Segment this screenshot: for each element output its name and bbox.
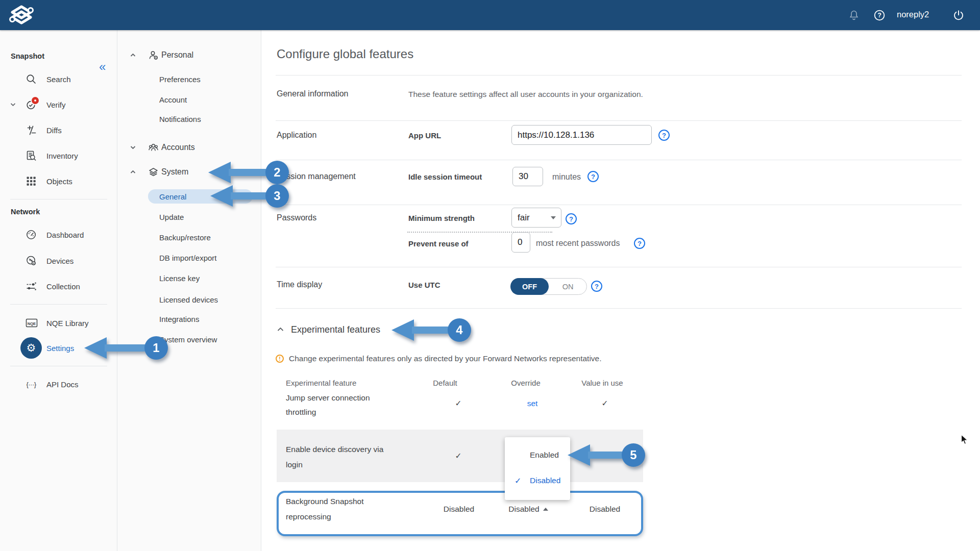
use-utc-help-icon[interactable]: ? xyxy=(591,281,602,292)
feature-name: Jump server connection throttling xyxy=(286,391,396,419)
settings-group-system[interactable]: System xyxy=(117,163,260,181)
sidebar-item-label: Inventory xyxy=(46,152,78,160)
minimum-strength-select[interactable]: fair xyxy=(511,208,561,228)
sidebar-item-label: Settings xyxy=(46,344,74,353)
forward-networks-logo[interactable] xyxy=(8,4,35,27)
app-url-help-icon[interactable]: ? xyxy=(658,130,670,141)
experimental-warning-text: Change experimental features only as dir… xyxy=(289,354,602,363)
column-header-default: Default xyxy=(414,379,476,387)
settings-item-backup-restore[interactable]: Backup/restore xyxy=(117,230,260,245)
callout-number: 4 xyxy=(448,318,471,342)
default-value: Disabled xyxy=(428,505,489,514)
primary-sidebar: « Snapshot Search Verify xyxy=(0,30,117,551)
sidebar-item-diffs[interactable]: Diffs xyxy=(0,120,117,140)
diffs-icon xyxy=(26,124,37,136)
settings-item-integrations[interactable]: Integrations xyxy=(117,311,260,327)
experimental-features-title[interactable]: Experimental features xyxy=(291,324,380,335)
mouse-cursor xyxy=(961,434,970,445)
column-header-value-in-use: Value in use xyxy=(569,379,635,387)
toggle-on-segment[interactable]: ON xyxy=(549,279,587,294)
settings-sidebar xyxy=(117,30,261,551)
chevron-down-icon[interactable] xyxy=(10,103,16,107)
dashboard-icon xyxy=(26,229,37,240)
settings-group-label: Accounts xyxy=(161,143,195,152)
sidebar-item-objects[interactable]: Objects xyxy=(0,171,117,191)
prevent-reuse-help-icon[interactable]: ? xyxy=(634,238,645,249)
minimum-strength-label: Minimum strength xyxy=(408,214,475,222)
sidebar-item-search[interactable]: Search xyxy=(0,69,117,89)
default-check: ✓ xyxy=(443,399,474,408)
sidebar-item-verify[interactable]: Verify xyxy=(0,94,117,115)
help-icon[interactable]: ? xyxy=(873,9,886,21)
settings-item-system-overview[interactable]: System overview xyxy=(117,332,260,347)
use-utc-label: Use UTC xyxy=(408,281,440,289)
prevent-reuse-label: Prevent reuse of xyxy=(408,239,469,248)
dotted-divider xyxy=(407,232,552,233)
sidebar-item-collection[interactable]: Collection xyxy=(0,276,117,296)
idle-session-timeout-input[interactable] xyxy=(512,167,543,186)
svg-text:NQE: NQE xyxy=(28,321,36,326)
reuse-unit-label: most recent passwords xyxy=(536,239,620,248)
settings-group-accounts[interactable]: Accounts xyxy=(117,138,260,157)
override-dropdown-menu: Enabled ✓ Disabled xyxy=(505,437,570,500)
override-set-link[interactable]: set xyxy=(517,399,548,408)
sidebar-item-dashboard[interactable]: Dashboard xyxy=(0,224,117,245)
notifications-bell-icon[interactable] xyxy=(848,9,860,21)
column-header-feature: Experimental feature xyxy=(286,379,356,387)
power-logout-icon[interactable] xyxy=(952,9,965,21)
check-icon: ✓ xyxy=(514,476,530,486)
top-bar: ? noreply2 xyxy=(0,0,980,30)
menu-item-enabled[interactable]: Enabled xyxy=(505,442,570,468)
snapshot-section-label: Snapshot xyxy=(11,52,44,60)
settings-item-preferences[interactable]: Preferences xyxy=(117,71,260,87)
settings-item-notifications[interactable]: Notifications xyxy=(117,111,260,127)
api-docs-icon: {···} xyxy=(26,379,37,390)
chevron-down-icon[interactable] xyxy=(130,145,136,149)
chevron-up-icon[interactable] xyxy=(130,53,136,57)
verify-icon xyxy=(26,99,37,110)
chevron-up-icon[interactable] xyxy=(130,170,136,174)
divider xyxy=(10,366,107,366)
minimum-strength-help-icon[interactable]: ? xyxy=(566,213,577,224)
nqe-library-icon: NQE xyxy=(26,317,37,329)
time-display-label: Time display xyxy=(277,280,322,289)
use-utc-toggle[interactable]: OFF ON xyxy=(510,278,587,295)
sidebar-item-settings[interactable]: ⚙ Settings xyxy=(0,338,117,358)
menu-item-disabled[interactable]: ✓ Disabled xyxy=(505,468,570,493)
sidebar-item-nqe-library[interactable]: NQE NQE Library xyxy=(0,313,117,333)
settings-item-licensed-devices[interactable]: Licensed devices xyxy=(117,292,260,307)
svg-text:?: ? xyxy=(877,12,881,19)
prevent-reuse-input[interactable] xyxy=(511,232,530,253)
settings-group-personal[interactable]: Personal xyxy=(117,46,260,64)
override-dropdown-trigger[interactable]: Disabled xyxy=(493,505,564,514)
objects-grid-icon xyxy=(26,176,37,187)
settings-item-db-import-export[interactable]: DB import/export xyxy=(117,250,260,265)
app-url-label: App URL xyxy=(408,131,441,140)
divider xyxy=(276,205,962,205)
chevron-up-icon xyxy=(543,508,548,511)
network-section-label: Network xyxy=(11,208,40,216)
sidebar-item-inventory[interactable]: Inventory xyxy=(0,145,117,166)
collection-sliders-icon xyxy=(26,281,37,292)
settings-item-license-key[interactable]: License key xyxy=(117,270,260,286)
app-url-input[interactable] xyxy=(511,125,652,145)
username-menu[interactable]: noreply2 xyxy=(897,10,929,19)
session-timeout-help-icon[interactable]: ? xyxy=(587,171,599,182)
settings-item-account[interactable]: Account xyxy=(117,92,260,107)
toggle-off-segment[interactable]: OFF xyxy=(510,278,549,295)
chevron-up-icon[interactable] xyxy=(277,327,284,332)
sidebar-item-label: Verify xyxy=(46,101,66,109)
divider xyxy=(276,308,962,309)
settings-item-update[interactable]: Update xyxy=(117,209,260,224)
sidebar-item-label: Objects xyxy=(46,177,72,186)
idle-session-timeout-label: Idle session timeout xyxy=(408,172,482,181)
divider xyxy=(276,160,962,160)
general-information-description: These feature settings affect all user a… xyxy=(408,90,643,99)
settings-group-label: Personal xyxy=(161,51,193,60)
settings-item-general-selected[interactable]: General xyxy=(148,189,253,204)
sidebar-item-devices[interactable]: Devices xyxy=(0,251,117,271)
sidebar-item-api-docs[interactable]: {···} API Docs xyxy=(0,374,117,394)
chevron-down-icon xyxy=(551,216,556,219)
value-in-use-check: ✓ xyxy=(590,399,620,408)
value-in-use: Disabled xyxy=(572,505,638,514)
